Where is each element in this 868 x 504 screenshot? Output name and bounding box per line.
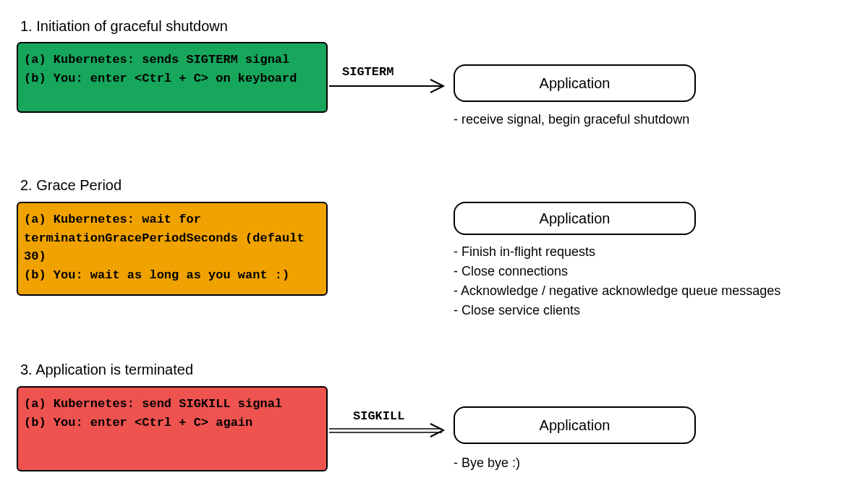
section-2-line-b: (b) You: wait as long as you want :) [24,266,320,285]
note-line: - receive signal, begin graceful shutdow… [454,110,689,129]
section-1-line-a: (a) Kubernetes: sends SIGTERM signal [24,51,320,69]
note-line: - Close service clients [454,301,780,320]
section-1-line-b: (b) You: enter <Ctrl + C> on keyboard [24,69,320,88]
section-1-app-label: Application [540,75,610,92]
section-2-notes: - Finish in-flight requests - Close conn… [454,242,780,320]
note-line: - Bye bye :) [454,453,520,473]
section-3-line-b: (b) You: enter <Ctrl + C> again [24,414,320,432]
section-3-arrow-label: SIGKILL [353,409,404,423]
section-2-app-label: Application [540,210,610,227]
note-line: - Close connections [454,262,780,281]
section-2-title: 2. Grace Period [20,177,122,194]
section-1-arrow-label: SIGTERM [342,65,393,79]
section-3-app-box: Application [454,406,696,444]
note-line: - Acknowledge / negative acknowledge que… [454,281,780,301]
section-1-app-box: Application [454,64,696,102]
section-1-notes: - receive signal, begin graceful shutdow… [454,110,689,129]
section-2-line-a1: (a) Kubernetes: wait for [24,210,320,229]
arrow-icon [329,78,454,95]
section-3-title: 3. Application is terminated [20,362,193,378]
note-line: - Finish in-flight requests [454,242,780,262]
section-3-box: (a) Kubernetes: send SIGKILL signal (b) … [17,386,328,471]
section-3-app-label: Application [540,417,610,434]
section-2-app-box: Application [454,202,696,235]
section-1-title: 1. Initiation of graceful shutdown [20,18,228,35]
section-3-notes: - Bye bye :) [454,453,520,473]
section-2-box: (a) Kubernetes: wait for terminationGrac… [17,202,328,296]
section-3-line-a: (a) Kubernetes: send SIGKILL signal [24,395,320,414]
arrow-icon [329,422,454,440]
section-1-box: (a) Kubernetes: sends SIGTERM signal (b)… [17,42,328,113]
section-2-line-a2: terminationGracePeriodSeconds (default 3… [24,229,320,266]
